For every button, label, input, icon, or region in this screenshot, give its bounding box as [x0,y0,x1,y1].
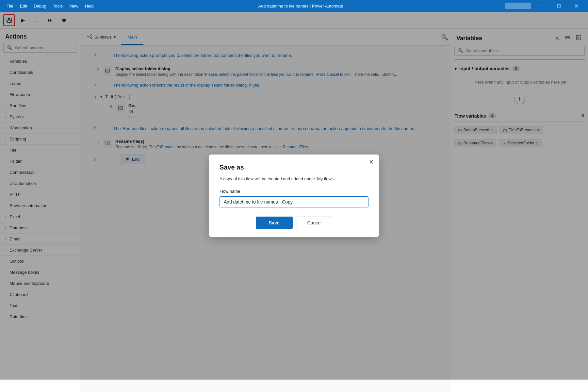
modal-description: A copy of this flow will be created and … [220,176,368,182]
menu-tools[interactable]: Tools [50,2,65,10]
modal-overlay: ✕ Save as A copy of this flow will be cr… [0,12,588,380]
flow-name-label: Flow name [220,189,368,194]
menu-view[interactable]: View [67,2,81,10]
title-bar-controls: ─ □ ✕ [505,0,584,12]
save-as-modal: ✕ Save as A copy of this flow will be cr… [209,155,379,237]
title-bar-left: File Edit Debug Tools View Help [4,2,96,10]
title-bar: File Edit Debug Tools View Help Add date… [0,0,588,12]
modal-actions: Save Cancel [220,217,368,229]
user-avatar [505,3,531,9]
modal-save-button[interactable]: Save [256,217,293,229]
modal-title: Save as [220,164,368,171]
menu-edit[interactable]: Edit [17,2,30,10]
menu-file[interactable]: File [4,2,16,10]
title-bar-menu: File Edit Debug Tools View Help [4,2,96,10]
flow-name-input[interactable] [220,196,368,207]
modal-close-button[interactable]: ✕ [369,159,374,165]
modal-cancel-button[interactable]: Cancel [297,217,333,229]
menu-help[interactable]: Help [82,2,96,10]
app-title: Add datetime to file names | Power Autom… [258,4,343,8]
minimize-button[interactable]: ─ [534,0,549,12]
close-button[interactable]: ✕ [569,0,584,12]
maximize-button[interactable]: □ [551,0,566,12]
menu-debug[interactable]: Debug [31,2,49,10]
